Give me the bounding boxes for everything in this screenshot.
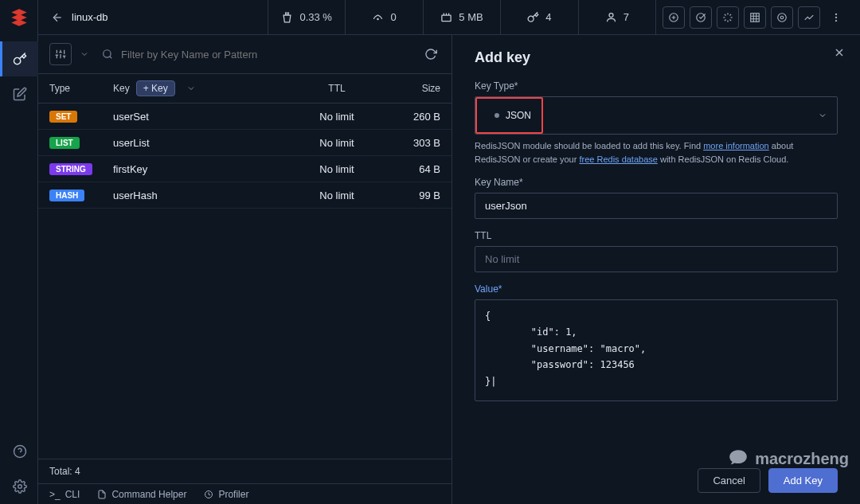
table-row[interactable]: HASHuserHashNo limit99 B bbox=[38, 182, 452, 209]
svg-point-12 bbox=[835, 13, 837, 14]
table-row[interactable]: SETuserSetNo limit260 B bbox=[38, 104, 452, 130]
label-key-type: Key Type* bbox=[475, 80, 838, 92]
type-badge: STRING bbox=[49, 163, 92, 175]
label-key-name: Key Name* bbox=[475, 177, 838, 188]
chevron-down-icon[interactable] bbox=[186, 84, 196, 93]
size-cell: 260 B bbox=[377, 111, 440, 123]
stat-clients-value: 7 bbox=[624, 11, 629, 23]
key-cell: userList bbox=[113, 137, 297, 149]
link-more-info[interactable]: more information bbox=[703, 141, 769, 150]
filter-icon[interactable] bbox=[49, 43, 72, 65]
rail-help[interactable] bbox=[0, 434, 38, 469]
label-value: Value* bbox=[475, 283, 838, 295]
stats: 0.33 % 0 5 MB 4 7 bbox=[268, 0, 655, 35]
tool-more[interactable] bbox=[825, 6, 847, 29]
breadcrumb: linux-db bbox=[45, 11, 268, 24]
db-name[interactable]: linux-db bbox=[72, 11, 108, 23]
rail-workbench[interactable] bbox=[0, 76, 38, 111]
tool-analysis[interactable] bbox=[744, 6, 766, 29]
stat-mem-value: 5 MB bbox=[459, 11, 483, 23]
table-head: Type Key + Key TTL Size bbox=[38, 74, 452, 104]
type-badge: SET bbox=[49, 111, 77, 123]
stat-mem: 5 MB bbox=[423, 0, 500, 35]
svg-rect-9 bbox=[751, 13, 760, 21]
tool-pubsub[interactable] bbox=[717, 6, 739, 29]
key-type-select[interactable]: JSON bbox=[475, 96, 838, 135]
rail-keys[interactable] bbox=[0, 41, 38, 76]
svg-point-8 bbox=[697, 13, 706, 21]
search-input[interactable] bbox=[121, 49, 413, 61]
close-icon[interactable] bbox=[833, 46, 846, 59]
ttl-cell: No limit bbox=[297, 137, 377, 149]
tool-settings[interactable] bbox=[771, 6, 793, 29]
doc-icon bbox=[97, 490, 107, 499]
bb-cli[interactable]: >_CLI bbox=[49, 489, 80, 500]
stat-keys: 4 bbox=[500, 0, 577, 35]
svg-point-10 bbox=[780, 16, 784, 19]
tool-chart[interactable] bbox=[798, 6, 820, 29]
key-type-value: JSON bbox=[506, 110, 531, 121]
header-ttl: TTL bbox=[297, 83, 377, 94]
key-type-hint: RedisJSON module should be loaded to add… bbox=[475, 139, 838, 166]
key-cell: firstKey bbox=[113, 163, 297, 175]
redis-logo bbox=[6, 5, 32, 30]
chevron-down-icon bbox=[808, 111, 837, 120]
pane-footer: Cancel Add Key bbox=[475, 455, 838, 493]
size-cell: 99 B bbox=[377, 189, 440, 201]
size-cell: 303 B bbox=[377, 137, 440, 149]
svg-point-13 bbox=[835, 16, 837, 18]
add-key-button[interactable]: + Key bbox=[136, 80, 175, 96]
tool-workbench[interactable] bbox=[663, 6, 685, 29]
dot-icon bbox=[494, 113, 499, 118]
bottombar: >_CLI Command Helper Profiler bbox=[38, 483, 452, 504]
ttl-cell: No limit bbox=[297, 189, 377, 201]
ttl-input[interactable] bbox=[475, 246, 838, 272]
ttl-cell: No limit bbox=[297, 111, 377, 123]
key-browser: Type Key + Key TTL Size SETuserSetNo lim… bbox=[38, 35, 452, 504]
svg-point-24 bbox=[104, 50, 111, 57]
rail-settings[interactable] bbox=[0, 469, 38, 504]
type-badge: LIST bbox=[49, 137, 80, 149]
label-ttl: TTL bbox=[475, 230, 838, 241]
ttl-cell: No limit bbox=[297, 163, 377, 175]
bb-profiler[interactable]: Profiler bbox=[204, 489, 248, 500]
header-type: Type bbox=[49, 83, 113, 94]
stat-ops-value: 0 bbox=[390, 11, 396, 23]
refresh-icon[interactable] bbox=[421, 45, 440, 64]
stat-cpu: 0.33 % bbox=[268, 0, 345, 35]
profiler-icon bbox=[204, 490, 213, 499]
cancel-button[interactable]: Cancel bbox=[698, 468, 760, 493]
pane-title: Add key bbox=[475, 49, 838, 66]
chevron-down-icon[interactable] bbox=[80, 49, 94, 59]
tools bbox=[655, 0, 854, 35]
stat-clients: 7 bbox=[578, 0, 655, 35]
topbar: linux-db 0.33 % 0 5 MB 4 bbox=[38, 0, 860, 35]
key-cell: userSet bbox=[113, 111, 297, 123]
header-key: Key bbox=[113, 83, 130, 94]
header-size: Size bbox=[377, 83, 440, 94]
search-row bbox=[38, 35, 452, 74]
add-key-pane: Add key Key Type* JSON bbox=[452, 35, 860, 504]
svg-line-25 bbox=[110, 57, 112, 59]
table-row[interactable]: STRINGfirstKeyNo limit64 B bbox=[38, 156, 452, 182]
svg-point-14 bbox=[835, 19, 837, 21]
value-textarea[interactable] bbox=[475, 299, 838, 401]
stat-cpu-value: 0.33 % bbox=[299, 11, 331, 23]
key-name-input[interactable] bbox=[475, 193, 838, 219]
tool-bulk[interactable] bbox=[690, 6, 712, 29]
svg-point-6 bbox=[609, 14, 613, 18]
stat-keys-value: 4 bbox=[545, 11, 551, 23]
key-cell: userHash bbox=[113, 189, 297, 201]
svg-point-11 bbox=[778, 13, 787, 21]
back-icon[interactable] bbox=[51, 11, 64, 24]
bb-helper[interactable]: Command Helper bbox=[97, 489, 186, 500]
size-cell: 64 B bbox=[377, 163, 440, 175]
left-rail bbox=[0, 0, 38, 504]
svg-point-4 bbox=[377, 18, 378, 19]
type-badge: HASH bbox=[49, 189, 84, 201]
add-key-submit-button[interactable]: Add Key bbox=[768, 468, 838, 493]
search-icon bbox=[102, 49, 113, 60]
table-rows: SETuserSetNo limit260 BLISTuserListNo li… bbox=[38, 104, 452, 209]
link-free-db[interactable]: free Redis database bbox=[579, 154, 657, 164]
table-row[interactable]: LISTuserListNo limit303 B bbox=[38, 130, 452, 156]
